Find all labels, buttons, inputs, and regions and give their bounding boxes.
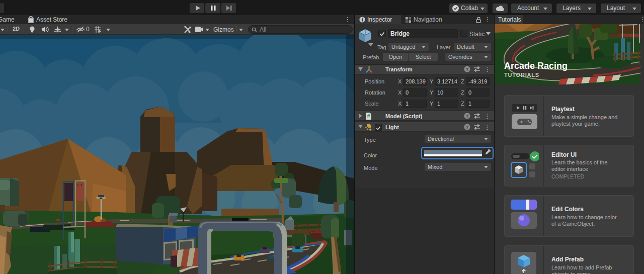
svg-text:?: ?	[466, 67, 469, 72]
svg-text:?: ?	[466, 114, 469, 119]
svg-text:#: #	[367, 113, 370, 119]
svg-text:?: ?	[466, 125, 469, 130]
svg-text:Arcade Racing: Arcade Racing	[504, 61, 568, 71]
svg-text:TUTORIALS: TUTORIALS	[504, 72, 539, 78]
